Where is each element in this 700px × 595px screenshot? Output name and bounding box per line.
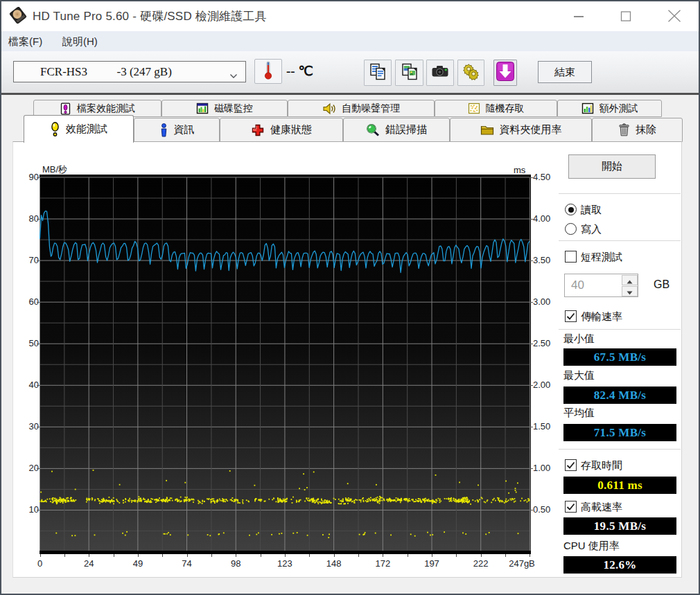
tab-label: 抹除 (636, 123, 656, 136)
options-button[interactable] (457, 60, 484, 86)
access-time-value: 0.611 ms (563, 477, 676, 494)
spin-down-button[interactable] (622, 286, 638, 296)
disk-monitor-icon (196, 103, 209, 114)
device-selector[interactable]: FCR-HS3 -3 (247 gB) (13, 61, 246, 82)
y-left-tick-label: 20 (29, 463, 39, 473)
read-radio-label[interactable]: 讀取 (581, 204, 602, 217)
transfer-rate-label[interactable]: 傳輸速率 (581, 310, 622, 323)
x-tick-label: 172 (375, 558, 390, 569)
tab-label: 資訊 (174, 123, 195, 136)
temperature-value: -- ℃ (286, 63, 313, 79)
menu-file[interactable]: 檔案(F) (6, 34, 45, 48)
menu-help[interactable]: 說明(H) (60, 34, 100, 48)
y-left-tick-label: 70 (29, 255, 39, 265)
temperature-button[interactable] (254, 59, 282, 84)
tick-mark (530, 219, 533, 220)
tick-mark (530, 427, 533, 427)
copy-text-button[interactable] (364, 60, 392, 86)
tick-mark (236, 554, 236, 557)
random-access-icon (468, 103, 480, 114)
tab-row1-1[interactable]: 磁碟監控 (161, 100, 288, 117)
tick-mark (285, 554, 286, 557)
tick-mark (530, 468, 533, 469)
tab-row2-3[interactable]: 錯誤掃描 (343, 118, 450, 142)
tab-row2-1[interactable]: 資訊 (134, 118, 220, 142)
tick-mark (162, 554, 163, 557)
folder-usage-icon (480, 124, 494, 136)
y-left-tick-label: 10 (29, 504, 39, 515)
window-title: HD Tune Pro 5.60 - 硬碟/SSD 檢測維護工具 (33, 8, 267, 24)
tab-row2-4[interactable]: 資料夾使用率 (450, 118, 592, 142)
tab-row2-5[interactable]: 抹除 (592, 118, 683, 142)
tick-mark (37, 385, 40, 386)
minimize-button[interactable] (568, 7, 589, 25)
tab-row1-4[interactable]: 額外測試 (557, 100, 662, 117)
cpu-usage-label: CPU 使用率 (563, 540, 620, 553)
write-radio[interactable] (565, 223, 577, 235)
access-time-label[interactable]: 存取時間 (581, 459, 622, 472)
title-bar: HD Tune Pro 5.60 - 硬碟/SSD 檢測維護工具 (0, 0, 700, 31)
write-radio-label[interactable]: 寫入 (581, 223, 602, 236)
copy-image-button[interactable] (395, 60, 423, 86)
tab-label: 自動噪聲管理 (342, 103, 400, 115)
chevron-down-icon (229, 69, 238, 82)
short-stroke-checkbox[interactable] (565, 251, 577, 263)
y-right-tick-label: 1.50 (533, 421, 550, 432)
x-tick-label: 222 (473, 558, 489, 569)
y-right-tick-label: 3.50 (533, 255, 550, 265)
benchmark-icon (50, 122, 60, 136)
close-button[interactable] (664, 7, 685, 25)
tab-row1-3[interactable]: 隨機存取 (435, 100, 557, 117)
tick-mark (37, 219, 40, 220)
exit-button[interactable]: 結束 (538, 61, 592, 83)
tab-label: 額外測試 (600, 103, 638, 115)
max-value: 82.4 MB/s (563, 387, 676, 404)
access-time-checkbox[interactable] (565, 459, 577, 471)
tab-label: 隨機存取 (486, 103, 525, 115)
acoustic-icon (322, 103, 336, 115)
tick-mark (530, 385, 533, 386)
device-selector-value: FCR-HS3 -3 (247 gB) (14, 65, 172, 79)
y-left-tick-label: 40 (29, 380, 39, 390)
test-size-input[interactable]: 40 (564, 274, 638, 297)
x-tick-label: 98 (231, 558, 240, 569)
health-icon (251, 123, 265, 137)
min-value: 67.5 MB/s (563, 348, 676, 366)
burst-rate-label[interactable]: 高載速率 (581, 501, 622, 514)
tick-mark (37, 302, 40, 303)
tick-mark (530, 302, 533, 303)
spin-down-icon (627, 285, 633, 298)
read-radio[interactable] (565, 204, 577, 215)
burst-rate-checkbox[interactable] (565, 501, 577, 513)
tab-label: 檔案效能測試 (77, 103, 135, 115)
tick-mark (383, 554, 383, 557)
y-right-tick-label: 4.00 (533, 213, 550, 224)
short-stroke-label[interactable]: 短程測試 (581, 251, 622, 264)
tab-strip: 檔案效能測試 磁碟監控 自動噪聲管理 隨機存取 額外測試 效能測試 資訊 健康狀… (0, 95, 700, 142)
tick-mark (37, 427, 40, 427)
copy-image-icon (401, 62, 419, 83)
separator (559, 449, 681, 450)
tick-mark (37, 177, 40, 178)
tick-mark (432, 554, 432, 557)
save-results-button[interactable] (493, 60, 517, 86)
tick-mark (530, 344, 533, 344)
y-right-tick-label: 4.50 (533, 172, 550, 182)
benchmark-chart (40, 175, 531, 554)
tab-row2-2[interactable]: 健康狀態 (220, 118, 343, 142)
transfer-rate-checkbox[interactable] (565, 310, 577, 322)
tab-row1-2[interactable]: 自動噪聲管理 (288, 100, 435, 117)
y-left-tick-label: 30 (29, 421, 39, 432)
maximize-button[interactable] (615, 7, 636, 25)
copy-text-icon (369, 62, 387, 83)
tab-row2-0[interactable]: 效能測試 (24, 115, 134, 143)
tick-mark (530, 177, 533, 178)
max-label: 最大值 (563, 369, 595, 382)
screenshot-button[interactable] (426, 60, 454, 86)
start-button[interactable]: 開始 (568, 154, 656, 179)
tick-mark (64, 554, 65, 557)
tick-mark (261, 554, 261, 557)
spin-up-button[interactable] (622, 275, 638, 285)
gears-icon (462, 62, 480, 83)
tick-mark (309, 554, 310, 557)
